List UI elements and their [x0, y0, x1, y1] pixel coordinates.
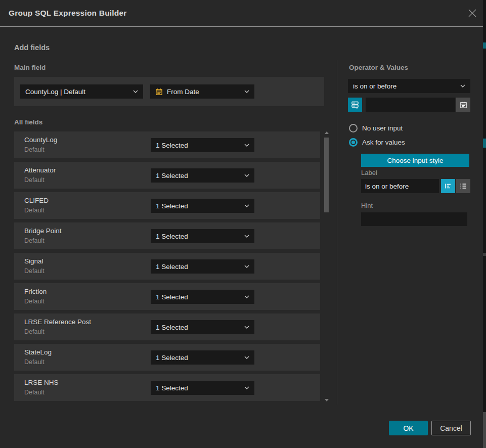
- field-name: Attenuator: [24, 166, 56, 174]
- radio-no-user-input[interactable]: No user input: [349, 124, 403, 132]
- field-row: LRSE Reference Post Default 1 Selected: [14, 313, 320, 340]
- field-values-select[interactable]: 1 Selected: [151, 138, 254, 152]
- label-input[interactable]: [361, 179, 439, 193]
- layer-select-value: CountyLog | Default: [25, 88, 130, 96]
- field-values-select[interactable]: 1 Selected: [151, 168, 254, 183]
- scroll-up-icon[interactable]: [325, 131, 329, 134]
- field-row: Friction Default 1 Selected: [14, 283, 320, 310]
- field-row: CountyLog Default 1 Selected: [14, 131, 320, 158]
- scrollbar-thumb[interactable]: [324, 138, 329, 212]
- cancel-button[interactable]: Cancel: [431, 421, 471, 435]
- chevron-down-icon: [460, 84, 465, 87]
- field-values-select[interactable]: 1 Selected: [151, 229, 254, 243]
- main-field-select-value: From Date: [167, 88, 241, 96]
- radio-ask-for-values[interactable]: Ask for values: [349, 138, 405, 147]
- radio-unselected-icon: [349, 124, 358, 132]
- list-style-button[interactable]: [456, 179, 470, 193]
- title-bar: Group SQL Expression Builder: [0, 0, 483, 26]
- chevron-down-icon: [244, 356, 249, 359]
- main-field-heading: Main field: [14, 64, 46, 71]
- background-fragment: [483, 253, 486, 256]
- add-fields-heading: Add fields: [14, 43, 50, 52]
- chevron-down-icon: [244, 326, 249, 329]
- chevron-down-icon: [244, 204, 249, 207]
- field-values-select[interactable]: 1 Selected: [151, 290, 254, 304]
- field-default-label: Default: [24, 146, 45, 153]
- field-values-select-value: 1 Selected: [156, 293, 241, 301]
- input-type-toggle-button[interactable]: [348, 98, 362, 112]
- radio-no-user-input-label: No user input: [362, 124, 403, 132]
- chevron-down-icon: [244, 90, 249, 93]
- operator-select-value: is on or before: [353, 82, 457, 90]
- field-default-label: Default: [24, 267, 45, 275]
- field-name: CountyLog: [24, 136, 57, 144]
- hint-caption: Hint: [361, 202, 373, 209]
- title-divider: [0, 26, 483, 27]
- chevron-down-icon: [244, 265, 249, 268]
- chevron-down-icon: [244, 144, 249, 147]
- field-row: StateLog Default 1 Selected: [14, 344, 320, 371]
- field-default-label: Default: [24, 298, 45, 305]
- field-values-select-value: 1 Selected: [156, 324, 241, 331]
- radio-selected-icon: [349, 138, 358, 147]
- group-sql-expression-builder-dialog: Group SQL Expression Builder Add fields …: [0, 0, 486, 448]
- label-caption: Label: [361, 169, 377, 176]
- field-default-label: Default: [24, 328, 45, 335]
- field-default-label: Default: [24, 207, 45, 214]
- dialog-title: Group SQL Expression Builder: [9, 0, 127, 26]
- calendar-date-icon: [155, 88, 163, 96]
- background-app-strip: [483, 0, 486, 448]
- choose-input-style-button[interactable]: Choose input style: [361, 154, 469, 167]
- background-fragment: [483, 42, 486, 49]
- chevron-down-icon: [244, 174, 249, 177]
- field-row: Bridge Point Default 1 Selected: [14, 222, 320, 249]
- close-icon[interactable]: [468, 9, 477, 18]
- field-default-label: Default: [24, 176, 45, 184]
- field-row: Attenuator Default 1 Selected: [14, 162, 320, 189]
- chevron-down-icon: [133, 90, 138, 93]
- field-values-select-value: 1 Selected: [156, 142, 241, 149]
- hint-input[interactable]: [361, 212, 467, 226]
- background-fragment: [483, 139, 486, 148]
- scroll-down-icon[interactable]: [325, 399, 329, 401]
- field-name: LRSE Reference Post: [24, 318, 91, 326]
- main-field-select[interactable]: From Date: [150, 84, 254, 99]
- field-name: CLIFED: [24, 197, 49, 204]
- all-fields-list: CountyLog Default 1 Selected Attenuator …: [14, 131, 320, 405]
- field-name: StateLog: [24, 348, 52, 356]
- field-values-select[interactable]: 1 Selected: [151, 320, 254, 334]
- field-row: CLIFED Default 1 Selected: [14, 192, 320, 219]
- all-fields-heading: All fields: [14, 118, 42, 126]
- field-row: Signal Default 1 Selected: [14, 253, 320, 280]
- field-values-select-value: 1 Selected: [156, 202, 241, 210]
- operator-select[interactable]: is on or before: [348, 79, 470, 93]
- radio-ask-for-values-label: Ask for values: [362, 139, 405, 146]
- field-values-select-value: 1 Selected: [156, 263, 241, 271]
- field-values-select-value: 1 Selected: [156, 172, 241, 180]
- field-default-label: Default: [24, 237, 45, 244]
- field-values-select-value: 1 Selected: [156, 233, 241, 240]
- chevron-down-icon: [244, 295, 249, 298]
- field-row: LRSE NHS Default 1 Selected: [14, 374, 320, 401]
- field-values-select[interactable]: 1 Selected: [151, 259, 254, 274]
- fields-scrollbar[interactable]: [324, 130, 329, 402]
- field-values-select[interactable]: 1 Selected: [151, 199, 254, 213]
- field-values-select[interactable]: 1 Selected: [151, 381, 254, 395]
- layer-select[interactable]: CountyLog | Default: [20, 84, 143, 99]
- chevron-down-icon: [244, 235, 249, 238]
- field-name: Signal: [24, 257, 43, 265]
- field-values-select[interactable]: 1 Selected: [151, 350, 254, 365]
- operator-values-heading: Operator & Values: [349, 64, 408, 71]
- column-divider: [337, 60, 337, 405]
- single-value-style-button[interactable]: [441, 179, 455, 193]
- calendar-picker-button[interactable]: [456, 98, 470, 112]
- field-default-label: Default: [24, 389, 45, 396]
- background-fragment: [483, 412, 486, 448]
- ok-button[interactable]: OK: [389, 421, 428, 435]
- date-value-input[interactable]: [366, 98, 455, 112]
- main-field-panel: CountyLog | Default From Date: [14, 77, 324, 106]
- field-name: LRSE NHS: [24, 379, 59, 386]
- field-name: Friction: [24, 288, 47, 295]
- field-values-select-value: 1 Selected: [156, 384, 241, 392]
- field-values-select-value: 1 Selected: [156, 354, 241, 362]
